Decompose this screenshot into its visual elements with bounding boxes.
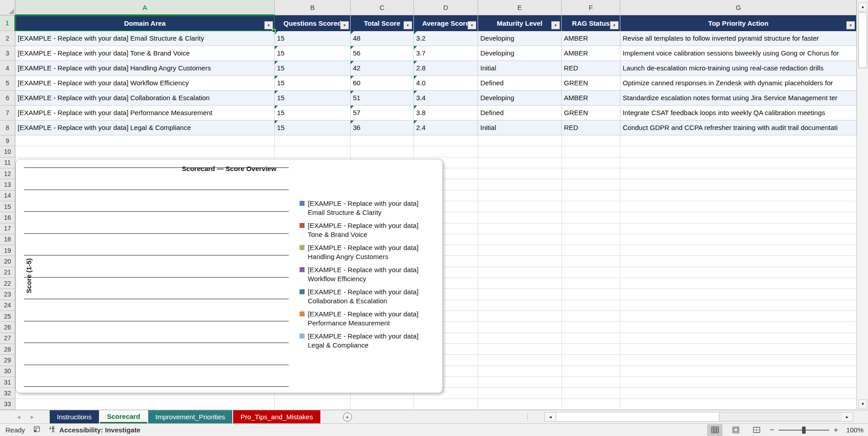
cell-action[interactable]: Standardize escalation notes format usin… xyxy=(620,91,857,106)
row-header-26[interactable]: 26 xyxy=(0,322,15,333)
cell-rag[interactable]: RED xyxy=(562,61,620,76)
row-header-12[interactable]: 12 xyxy=(0,168,15,179)
empty-cell[interactable] xyxy=(478,135,562,146)
column-header-F[interactable]: F xyxy=(562,0,620,15)
empty-cell[interactable] xyxy=(478,388,562,399)
zoom-level[interactable]: 100% xyxy=(844,426,863,434)
sheet-tab-improvement-priorities[interactable]: Improvement_Priorities xyxy=(148,410,232,423)
empty-cell[interactable] xyxy=(478,344,562,355)
cell-questions[interactable]: 15 xyxy=(275,76,351,91)
cell-avg[interactable]: 2.8 xyxy=(414,61,478,76)
empty-cell[interactable] xyxy=(620,158,857,168)
embedded-chart[interactable]: Scorecard — Score Overview Score (1-5) [… xyxy=(15,159,443,393)
cell-action[interactable]: Integrate CSAT feedback loops into weekl… xyxy=(620,106,857,121)
horizontal-scrollbar[interactable]: ◄ ► xyxy=(544,412,853,422)
horizontal-scroll-thumb[interactable] xyxy=(556,413,719,421)
cell-avg[interactable]: 2.4 xyxy=(414,121,478,135)
empty-cell[interactable] xyxy=(414,399,478,410)
column-header-E[interactable]: E xyxy=(478,0,562,15)
row-header-18[interactable]: 18 xyxy=(0,234,15,245)
cell-total[interactable]: 48 xyxy=(351,31,414,46)
cell-questions[interactable]: 15 xyxy=(275,61,351,76)
empty-cell[interactable] xyxy=(478,278,562,289)
empty-cell[interactable] xyxy=(620,355,857,366)
cell-questions[interactable]: 15 xyxy=(275,121,351,135)
empty-cell[interactable] xyxy=(414,146,478,157)
empty-cell[interactable] xyxy=(620,135,857,146)
empty-cell[interactable] xyxy=(562,289,620,300)
empty-cell[interactable] xyxy=(620,267,857,278)
cell-area[interactable]: [EXAMPLE - Replace with your data] Colla… xyxy=(15,91,275,106)
empty-cell[interactable] xyxy=(414,135,478,146)
empty-cell[interactable] xyxy=(478,146,562,157)
empty-cell[interactable] xyxy=(478,311,562,322)
empty-cell[interactable] xyxy=(562,146,620,157)
tab-scroll-right-icon[interactable]: ► xyxy=(30,414,35,420)
selection-fill-handle[interactable] xyxy=(272,29,276,32)
row-header-24[interactable]: 24 xyxy=(0,300,15,311)
cell-area[interactable]: [EXAMPLE - Replace with your data] Perfo… xyxy=(15,106,275,121)
sheet-tab-instructions[interactable]: Instructions xyxy=(50,410,99,423)
empty-cell[interactable] xyxy=(15,146,275,157)
row-header-19[interactable]: 19 xyxy=(0,245,15,256)
table-header-top-priority-action[interactable]: Top Priority Action▼ xyxy=(620,15,857,31)
filter-dropdown-button[interactable]: ▼ xyxy=(610,21,619,29)
cell-maturity[interactable]: Developing xyxy=(478,31,562,46)
row-header-21[interactable]: 21 xyxy=(0,267,15,278)
zoom-out-icon[interactable]: − xyxy=(769,426,774,435)
empty-cell[interactable] xyxy=(562,399,620,410)
empty-cell[interactable] xyxy=(620,223,857,234)
sheet-tab-scorecard[interactable]: Scorecard xyxy=(100,410,147,423)
new-sheet-button[interactable]: + xyxy=(343,413,352,422)
empty-cell[interactable] xyxy=(620,245,857,256)
empty-cell[interactable] xyxy=(620,234,857,245)
table-header-average-score[interactable]: Average Score▼ xyxy=(414,15,478,31)
empty-cell[interactable] xyxy=(351,135,414,146)
vertical-scroll-thumb[interactable] xyxy=(859,12,867,68)
cell-maturity[interactable]: Defined xyxy=(478,76,562,91)
empty-cell[interactable] xyxy=(562,245,620,256)
empty-cell[interactable] xyxy=(478,234,562,245)
empty-cell[interactable] xyxy=(562,377,620,388)
empty-cell[interactable] xyxy=(562,201,620,212)
row-header-2[interactable]: 2 xyxy=(0,31,15,46)
cell-avg[interactable]: 3.2 xyxy=(414,31,478,46)
filter-dropdown-button[interactable]: ▼ xyxy=(404,21,412,29)
row-header-33[interactable]: 33 xyxy=(0,399,15,410)
empty-cell[interactable] xyxy=(620,333,857,344)
row-header-32[interactable]: 32 xyxy=(0,388,15,399)
filter-dropdown-button[interactable]: ▼ xyxy=(846,21,855,29)
empty-cell[interactable] xyxy=(478,190,562,201)
empty-cell[interactable] xyxy=(620,311,857,322)
empty-cell[interactable] xyxy=(620,377,857,388)
cell-avg[interactable]: 3.8 xyxy=(414,106,478,121)
scroll-right-button[interactable]: ► xyxy=(842,413,853,421)
cell-area[interactable]: [EXAMPLE - Replace with your data] Handl… xyxy=(15,61,275,76)
empty-cell[interactable] xyxy=(562,234,620,245)
row-header-17[interactable]: 17 xyxy=(0,223,15,234)
empty-cell[interactable] xyxy=(562,366,620,377)
empty-cell[interactable] xyxy=(478,333,562,344)
empty-cell[interactable] xyxy=(478,267,562,278)
empty-cell[interactable] xyxy=(15,399,275,410)
row-header-14[interactable]: 14 xyxy=(0,190,15,201)
row-header-20[interactable]: 20 xyxy=(0,256,15,267)
row-header-4[interactable]: 4 xyxy=(0,61,15,76)
empty-cell[interactable] xyxy=(351,399,414,410)
cell-total[interactable]: 36 xyxy=(351,121,414,135)
cell-maturity[interactable]: Developing xyxy=(478,46,562,61)
row-header-5[interactable]: 5 xyxy=(0,76,15,91)
cell-action[interactable]: Implement voice calibration sessions biw… xyxy=(620,46,857,61)
zoom-slider-handle[interactable] xyxy=(802,427,806,434)
empty-cell[interactable] xyxy=(620,399,857,410)
scroll-up-button[interactable]: ▲ xyxy=(859,2,867,11)
cell-action[interactable]: Optimize canned responses in Zendesk wit… xyxy=(620,76,857,91)
table-header-maturity-level[interactable]: Maturity Level▼ xyxy=(478,15,562,31)
empty-cell[interactable] xyxy=(562,388,620,399)
tab-scroll-left-icon[interactable]: ◄ xyxy=(16,414,21,420)
empty-cell[interactable] xyxy=(620,300,857,311)
empty-cell[interactable] xyxy=(562,256,620,267)
empty-cell[interactable] xyxy=(620,366,857,377)
column-header-A[interactable]: A xyxy=(15,0,275,15)
cell-maturity[interactable]: Initial xyxy=(478,61,562,76)
